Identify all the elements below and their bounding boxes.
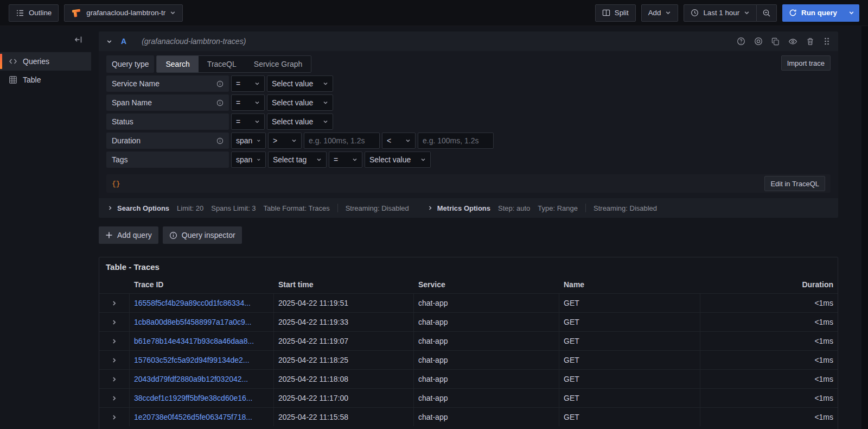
- scrollbar-gutter[interactable]: [861, 26, 868, 429]
- scope-select[interactable]: span: [231, 152, 266, 168]
- tab-service-graph[interactable]: Service Graph: [245, 56, 311, 72]
- row-expander-icon[interactable]: [99, 351, 130, 369]
- start-time-cell: 2025-04-22 11:15:58: [274, 408, 414, 426]
- run-query-options-button[interactable]: [844, 4, 859, 22]
- eye-icon[interactable]: [788, 37, 797, 46]
- add-button[interactable]: Add: [641, 4, 679, 22]
- collapse-query-chevron-icon[interactable]: [106, 39, 112, 45]
- value-select[interactable]: Select value: [267, 94, 333, 111]
- metrics-options-toggle[interactable]: Metrics Options: [427, 204, 490, 212]
- trace-id-link[interactable]: b61e78b14e43417b93c8a46daa8...: [134, 337, 254, 345]
- operator-select[interactable]: =: [231, 75, 265, 92]
- trace-id-link[interactable]: 38ccdef1c1929ff5bf9e38cd60e16...: [134, 394, 252, 402]
- trace-id-cell: 38ccdef1c1929ff5bf9e38cd60e16...: [130, 389, 274, 407]
- info-circle-icon: [216, 99, 224, 106]
- add-query-button[interactable]: Add query: [99, 226, 158, 244]
- col-start-time[interactable]: Start time: [274, 276, 414, 293]
- operator-select[interactable]: =: [231, 94, 265, 111]
- tab-traceql[interactable]: TraceQL: [199, 56, 245, 72]
- query-type-label: Query type: [106, 55, 154, 73]
- row-expander-icon[interactable]: [99, 389, 130, 407]
- datasource-name: grafanacloud-lambtron-tr: [86, 9, 165, 17]
- row-expander-icon[interactable]: [99, 370, 130, 388]
- duration-input[interactable]: [304, 133, 380, 149]
- name-cell: GET: [559, 332, 700, 350]
- chevron-down-icon: [170, 10, 176, 16]
- row-expander-icon[interactable]: [99, 294, 130, 312]
- import-trace-button[interactable]: Import trace: [781, 55, 831, 71]
- name-cell: GET: [559, 389, 700, 407]
- info-circle-icon: [216, 137, 224, 144]
- duration-cell: <1ms: [700, 408, 838, 426]
- row-expander-icon[interactable]: [99, 408, 130, 426]
- duplicate-query-icon[interactable]: [771, 37, 780, 46]
- plus-icon: [105, 231, 113, 239]
- col-duration[interactable]: Duration: [700, 276, 838, 293]
- record-circle-icon[interactable]: [754, 37, 763, 46]
- name-cell: GET: [559, 370, 700, 388]
- datasource-picker[interactable]: grafanacloud-lambtron-tr: [64, 4, 183, 22]
- trace-id-link[interactable]: 1e20738e0f4526d5fe063475f718...: [134, 413, 252, 421]
- trace-id-link[interactable]: 16558f5cf4b29a89cc0d1fc86334...: [134, 299, 251, 307]
- value-select[interactable]: Select value: [267, 113, 333, 130]
- collapse-outline-icon[interactable]: [72, 33, 86, 47]
- operator-select[interactable]: >: [268, 133, 302, 149]
- trace-id-link[interactable]: 1cb8a00d8eb5f4588997a17a0c9...: [134, 318, 251, 326]
- sidebar-item-queries[interactable]: Queries: [0, 52, 91, 71]
- clock-icon: [691, 9, 699, 17]
- col-trace-id[interactable]: Trace ID: [130, 276, 274, 293]
- scope-select[interactable]: span: [231, 133, 266, 149]
- col-service[interactable]: Service: [414, 276, 559, 293]
- name-cell: GET: [559, 313, 700, 331]
- value-select[interactable]: Select value: [267, 75, 333, 92]
- row-expander-icon[interactable]: [99, 313, 130, 331]
- trace-id-link[interactable]: 157603c52fc5a92d94f99134de2...: [134, 356, 250, 364]
- table-row: 38ccdef1c1929ff5bf9e38cd60e16...2025-04-…: [99, 388, 838, 407]
- query-row-header[interactable]: A (grafanacloud-lambtron-traces): [99, 31, 838, 51]
- row-expander-icon[interactable]: [99, 332, 130, 350]
- col-name[interactable]: Name: [559, 276, 700, 293]
- trace-id-cell: 157603c52fc5a92d94f99134de2...: [130, 351, 274, 369]
- chevron-right-icon: [107, 205, 113, 211]
- operator-select[interactable]: <: [382, 133, 416, 149]
- help-icon[interactable]: [737, 37, 745, 46]
- zoom-out-time-button[interactable]: [757, 4, 777, 22]
- time-range-label: Last 1 hour: [703, 9, 739, 17]
- explore-pane: A (grafanacloud-lambtron-traces): [99, 26, 838, 429]
- service-cell: chat-app: [414, 408, 559, 426]
- chevron-down-icon: [848, 10, 854, 16]
- duration-input[interactable]: [418, 133, 494, 149]
- sync-icon: [789, 9, 797, 17]
- split-button[interactable]: Split: [595, 4, 636, 22]
- trace-id-link[interactable]: 2043dd79fdf2880a9b12f032042...: [134, 375, 248, 383]
- drag-handle-icon[interactable]: [823, 37, 831, 46]
- split-icon: [602, 9, 610, 17]
- search-options-label: Search Options: [117, 204, 169, 212]
- outline-button[interactable]: Outline: [9, 4, 59, 22]
- tab-search[interactable]: Search: [157, 56, 198, 72]
- time-range-button[interactable]: Last 1 hour: [684, 4, 757, 22]
- tag-select[interactable]: Select tag: [268, 152, 327, 168]
- run-query-button[interactable]: Run query: [782, 4, 844, 22]
- operator-select[interactable]: =: [231, 113, 265, 130]
- service-cell: chat-app: [414, 370, 559, 388]
- name-cell: GET: [559, 351, 700, 369]
- trash-icon[interactable]: [806, 37, 814, 46]
- sidebar-item-label: Table: [23, 75, 41, 84]
- value-select[interactable]: Select value: [365, 152, 431, 168]
- query-inspector-button[interactable]: Query inspector: [163, 226, 242, 244]
- sidebar-item-table[interactable]: Table: [0, 71, 91, 89]
- chevron-right-icon: [427, 205, 433, 211]
- operator-select[interactable]: =: [329, 152, 362, 168]
- duration-cell: <1ms: [700, 389, 838, 407]
- field-label: Service Name: [106, 75, 229, 92]
- traceql-preview-row: {} Edit in TraceQL: [106, 174, 831, 193]
- start-time-cell: 2025-04-22 11:18:25: [274, 351, 414, 369]
- trace-id-cell: 1e20738e0f4526d5fe063475f718...: [130, 408, 274, 426]
- name-cell: GET: [559, 408, 700, 426]
- edit-in-traceql-button[interactable]: Edit in TraceQL: [764, 176, 825, 191]
- info-circle-icon: [169, 231, 177, 239]
- info-circle-icon: [216, 80, 224, 87]
- duration-cell: <1ms: [700, 332, 838, 350]
- search-options-toggle[interactable]: Search Options: [107, 204, 169, 212]
